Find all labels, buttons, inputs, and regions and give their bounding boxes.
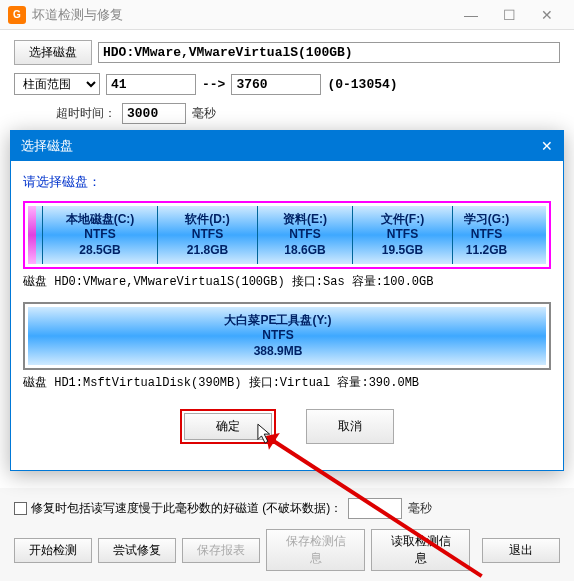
bottom-panel: 修复时包括读写速度慢于此毫秒数的好磁道 (不破坏数据)： 毫秒 开始检测 尝试修… [0, 488, 574, 581]
dialog-title: 选择磁盘 [21, 137, 73, 155]
ms-unit: 毫秒 [192, 105, 216, 122]
save-report-button[interactable]: 保存报表 [182, 538, 260, 563]
maximize-button[interactable]: ☐ [490, 1, 528, 29]
partition[interactable]: 文件(F:)NTFS19.5GB [352, 206, 452, 264]
disk-1-info: 磁盘 HD1:MsftVirtualDisk(390MB) 接口:Virtual… [23, 374, 551, 391]
disk-0-info: 磁盘 HD0:VMware,VMwareVirtualS(100GB) 接口:S… [23, 273, 551, 290]
save-info-button[interactable]: 保存检测信息 [266, 529, 365, 571]
close-button[interactable]: ✕ [528, 1, 566, 29]
start-check-button[interactable]: 开始检测 [14, 538, 92, 563]
partition[interactable]: 学习(G:)NTFS11.2GB [452, 206, 520, 264]
dialog-prompt: 请选择磁盘： [23, 173, 551, 191]
select-disk-button[interactable]: 选择磁盘 [14, 40, 92, 65]
app-logo-icon: G [8, 6, 26, 24]
cancel-button[interactable]: 取消 [306, 409, 394, 444]
cyl-max-label: (0-13054) [327, 77, 397, 92]
dialog-close-button[interactable]: ✕ [541, 138, 553, 154]
checkbox-icon [14, 502, 27, 515]
range-type-select[interactable]: 柱面范围 [14, 73, 100, 95]
cyl-end-input[interactable] [231, 74, 321, 95]
minimize-button[interactable]: — [452, 1, 490, 29]
partition[interactable]: 本地磁盘(C:)NTFS28.5GB [42, 206, 157, 264]
arrow-label: --> [202, 77, 225, 92]
disk-0[interactable]: 本地磁盘(C:)NTFS28.5GB软件(D:)NTFS21.8GB资料(E:)… [23, 201, 551, 269]
select-disk-dialog: 选择磁盘 ✕ 请选择磁盘： 本地磁盘(C:)NTFS28.5GB软件(D:)NT… [10, 130, 564, 471]
partition[interactable]: 软件(D:)NTFS21.8GB [157, 206, 257, 264]
disk-path-field[interactable] [98, 42, 560, 63]
exit-button[interactable]: 退出 [482, 538, 560, 563]
titlebar: G 坏道检测与修复 — ☐ ✕ [0, 0, 574, 30]
disk-1[interactable]: 大白菜PE工具盘(Y:)NTFS388.9MB [23, 302, 551, 370]
dialog-titlebar: 选择磁盘 ✕ [11, 131, 563, 161]
repair-slow-label: 修复时包括读写速度慢于此毫秒数的好磁道 (不破坏数据)： [31, 500, 342, 517]
ms-unit-2: 毫秒 [408, 500, 432, 517]
timeout-label: 超时时间： [56, 105, 116, 122]
partition[interactable]: 大白菜PE工具盘(Y:)NTFS388.9MB [28, 307, 528, 365]
window-title: 坏道检测与修复 [32, 6, 452, 24]
repair-slow-checkbox[interactable]: 修复时包括读写速度慢于此毫秒数的好磁道 (不破坏数据)： [14, 500, 342, 517]
cyl-start-input[interactable] [106, 74, 196, 95]
timeout-input[interactable] [122, 103, 186, 124]
partition[interactable]: 资料(E:)NTFS18.6GB [257, 206, 352, 264]
try-repair-button[interactable]: 尝试修复 [98, 538, 176, 563]
